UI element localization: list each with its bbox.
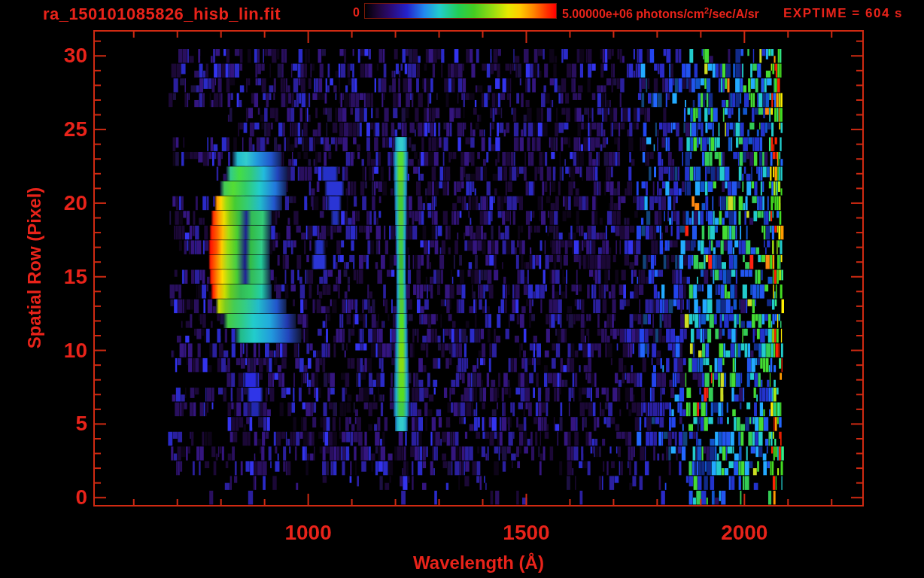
exptime-label: EXPTIME = 604 s xyxy=(783,6,903,21)
spectral-image-viewer: ra_150101085826_hisb_lin.fit 0 5.00000e+… xyxy=(0,0,924,578)
y-tick-label: 5 xyxy=(29,412,87,435)
y-tick-label: 25 xyxy=(29,118,87,141)
x-tick-label: 1500 xyxy=(481,521,571,545)
colorbar-max-units: /sec/A/sr xyxy=(709,8,759,20)
y-tick-label: 15 xyxy=(29,266,87,288)
spectral-heatmap-canvas xyxy=(0,0,924,578)
x-tick-label: 1000 xyxy=(263,521,354,545)
y-tick-label: 20 xyxy=(29,192,87,214)
file-title: ra_150101085826_hisb_lin.fit xyxy=(43,5,281,24)
colorbar-max-text: 5.00000e+06 photons/cm xyxy=(562,8,704,20)
y-tick-label: 30 xyxy=(29,44,87,67)
colorbar xyxy=(364,3,557,19)
y-tick-label: 10 xyxy=(29,339,87,362)
y-tick-label: 0 xyxy=(29,486,87,509)
colorbar-max-label: 5.00000e+06 photons/cm2/sec/A/sr xyxy=(562,6,759,21)
colorbar-min-label: 0 xyxy=(336,6,360,20)
x-tick-label: 2000 xyxy=(699,521,789,545)
x-axis-title: Wavelength (Å) xyxy=(366,552,591,573)
